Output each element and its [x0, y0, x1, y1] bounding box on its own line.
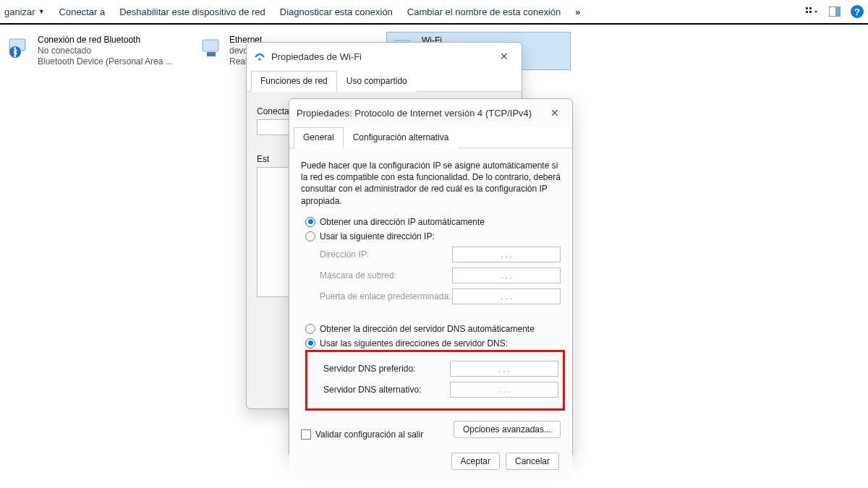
radio-icon [305, 217, 315, 227]
field-label: Servidor DNS alternativo: [323, 385, 450, 395]
field-dns-preferred: Servidor DNS preferido: . . . [323, 361, 558, 377]
svg-rect-1 [809, 7, 812, 9]
wifi-title-icon [254, 51, 265, 62]
tab-general[interactable]: General [294, 127, 344, 148]
field-label: Dirección IP: [320, 249, 452, 260]
tab-alt[interactable]: Configuración alternativa [344, 127, 459, 148]
cmd-organize[interactable]: ganizar ▼ [4, 7, 45, 17]
cmd-diagnose[interactable]: Diagnosticar esta conexión [280, 7, 393, 17]
radio-ip-manual[interactable]: Usar la siguiente dirección IP: [305, 231, 561, 241]
svg-rect-3 [809, 11, 812, 13]
cmd-disable[interactable]: Deshabilitar este dispositivo de red [119, 7, 265, 17]
adapter-bluetooth[interactable]: Conexión de red Bluetooth No conectado B… [3, 32, 187, 70]
window-title: Propiedades: Protocolo de Internet versi… [297, 108, 532, 119]
dns-preferred-input[interactable]: . . . [450, 361, 558, 377]
cancel-button[interactable]: Cancelar [506, 453, 559, 470]
field-dns-alternate: Servidor DNS alternativo: . . . [323, 382, 558, 398]
svg-rect-8 [203, 40, 218, 51]
checkbox-validate[interactable]: Validar configuración al salir [301, 429, 423, 440]
tab-network-functions[interactable]: Funciones de red [251, 71, 337, 92]
ip-input: . . . [452, 288, 561, 304]
radio-icon [305, 338, 315, 348]
radio-dns-auto[interactable]: Obtener la dirección del servidor DNS au… [305, 324, 561, 334]
checkbox-icon [301, 429, 311, 440]
cmd-organize-label: ganizar [4, 7, 35, 17]
radio-label: Obtener una dirección IP automáticamente [320, 217, 485, 227]
svg-rect-0 [806, 7, 808, 9]
ok-button[interactable]: Aceptar [451, 453, 500, 470]
radio-label: Obtener la dirección del servidor DNS au… [320, 324, 535, 334]
tab-sharing[interactable]: Uso compartido [337, 71, 417, 92]
tab-strip: General Configuración alternativa [289, 127, 572, 148]
cmd-rename[interactable]: Cambiar el nombre de esta conexión [407, 7, 561, 17]
radio-label: Usar la siguiente dirección IP: [320, 231, 435, 241]
command-bar: ganizar ▼ Conectar a Deshabilitar este d… [0, 0, 868, 25]
checkbox-label: Validar configuración al salir [315, 429, 423, 440]
dns-fields-highlight: Servidor DNS preferido: . . . Servidor D… [305, 350, 565, 411]
radio-icon [305, 231, 315, 241]
svg-rect-9 [207, 52, 216, 56]
preview-pane-icon[interactable] [829, 7, 841, 17]
window-title: Propiedades de Wi-Fi [271, 51, 362, 62]
radio-icon [305, 324, 315, 334]
ethernet-icon [199, 35, 225, 59]
radio-dns-manual[interactable]: Usar las siguientes direcciones de servi… [305, 338, 561, 348]
info-text: Puede hacer que la configuración IP se a… [301, 160, 561, 207]
titlebar[interactable]: Propiedades: Protocolo de Internet versi… [289, 99, 572, 127]
adapter-title: Conexión de red Bluetooth [38, 35, 173, 46]
radio-label: Usar las siguientes direcciones de servi… [320, 338, 508, 348]
field-label: Servidor DNS preferido: [323, 364, 450, 374]
cmd-connect[interactable]: Conectar a [59, 7, 106, 17]
close-button[interactable]: ✕ [542, 103, 568, 122]
field-ip-address: Dirección IP: . . . [320, 247, 561, 262]
titlebar[interactable]: Propiedades de Wi-Fi ✕ [247, 43, 522, 70]
field-subnet-mask: Máscara de subred: . . . [320, 267, 561, 283]
ip-input: . . . [452, 247, 561, 262]
svg-point-11 [258, 58, 260, 60]
tab-strip: Funciones de red Uso compartido [247, 70, 522, 92]
adapter-device: Bluetooth Device (Personal Area ... [38, 56, 173, 67]
ipv4-properties-window: Propiedades: Protocolo de Internet versi… [289, 98, 573, 458]
field-label: Puerta de enlace predeterminada: [320, 291, 452, 301]
view-options-icon[interactable] [806, 7, 819, 17]
help-icon[interactable]: ? [851, 5, 864, 18]
field-label: Máscara de subred: [320, 270, 452, 281]
adapter-status: No conectado [38, 46, 173, 56]
svg-rect-5 [835, 7, 841, 17]
radio-ip-auto[interactable]: Obtener una dirección IP automáticamente [305, 217, 561, 227]
svg-rect-2 [806, 11, 808, 13]
close-button[interactable]: ✕ [491, 47, 517, 66]
advanced-button[interactable]: Opciones avanzadas... [454, 421, 561, 438]
cmd-overflow[interactable]: » [575, 7, 580, 17]
dns-alternate-input[interactable]: . . . [450, 382, 558, 398]
ip-input: . . . [452, 267, 561, 283]
field-gateway: Puerta de enlace predeterminada: . . . [320, 288, 561, 304]
bluetooth-icon [7, 35, 33, 59]
cmdbar-right: ? [806, 5, 864, 18]
dropdown-icon: ▼ [38, 8, 45, 15]
